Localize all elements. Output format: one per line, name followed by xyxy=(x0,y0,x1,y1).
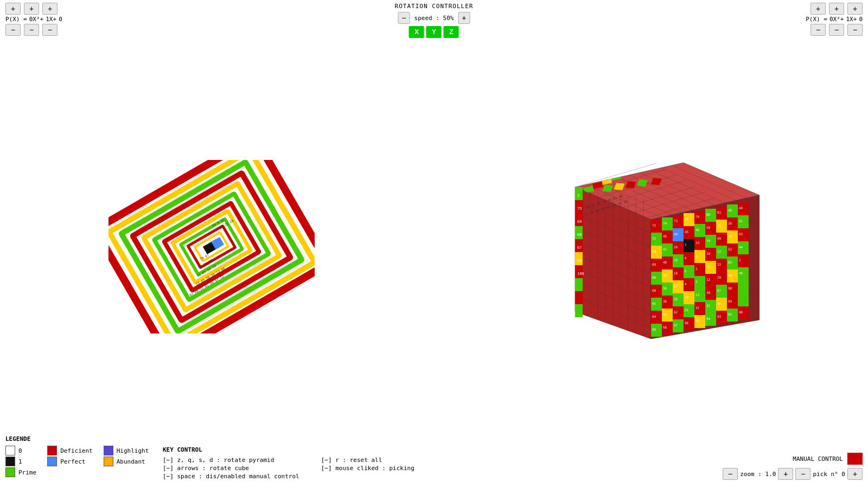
left-minus-x2-button[interactable]: − xyxy=(5,24,21,36)
svg-text:65: 65 xyxy=(577,259,582,263)
svg-text:3: 3 xyxy=(695,280,698,284)
svg-text:68: 68 xyxy=(652,275,656,279)
svg-text:81: 81 xyxy=(717,210,722,214)
svg-text:18: 18 xyxy=(674,271,678,275)
speed-row: − speed : 50% + xyxy=(398,12,470,24)
svg-text:83: 83 xyxy=(728,260,732,264)
left-poly-term0: 0X²+ xyxy=(29,16,44,23)
svg-text:32: 32 xyxy=(695,306,700,310)
svg-text:36: 36 xyxy=(717,301,722,305)
svg-text:19: 19 xyxy=(674,258,678,262)
pick-minus-button[interactable]: − xyxy=(795,468,810,480)
key-grid: [−] z, q, s, d : rotate pyramid [−] r : … xyxy=(163,457,414,480)
svg-rect-260 xyxy=(647,157,658,164)
svg-text:10: 10 xyxy=(706,252,711,255)
legend-label-1: 1 xyxy=(18,458,22,465)
svg-text:65: 65 xyxy=(652,301,656,305)
right-poly-term2: 0 xyxy=(859,16,863,23)
left-minus-x-button[interactable]: − xyxy=(24,24,39,36)
left-plus-row: + + + xyxy=(5,3,62,15)
pyramid-svg: 87 48 51 01 86 67 72 13 49 58 10 53 66 9… xyxy=(108,160,315,333)
right-plus-x2-button[interactable]: + xyxy=(810,3,826,15)
legend-item-deficient: Deficient xyxy=(47,446,93,455)
svg-text:73: 73 xyxy=(674,219,678,223)
svg-text:17: 17 xyxy=(674,284,678,288)
left-plus-x2-button[interactable]: + xyxy=(5,3,21,15)
svg-text:23: 23 xyxy=(695,241,700,245)
y-axis-button[interactable]: Y xyxy=(426,26,442,38)
left-minus-c-button[interactable]: − xyxy=(42,24,58,36)
legend-box-prime xyxy=(5,467,15,477)
svg-text:12: 12 xyxy=(717,249,722,253)
pick-plus-button[interactable]: + xyxy=(847,468,863,480)
manual-buttons-row: − zoom : 1.0 + − pick n° 0 + xyxy=(723,468,863,480)
svg-text:2: 2 xyxy=(739,258,741,262)
svg-text:93: 93 xyxy=(739,232,743,236)
svg-text:96: 96 xyxy=(685,321,689,325)
canvas-area: 87 48 51 01 86 67 72 13 49 58 10 53 66 9… xyxy=(0,60,868,434)
svg-text:49: 49 xyxy=(717,236,722,240)
left-minus-row: − − − xyxy=(5,24,62,36)
svg-text:35: 35 xyxy=(674,297,678,301)
speed-minus-button[interactable]: − xyxy=(398,12,410,24)
svg-text:3: 3 xyxy=(577,194,579,198)
svg-text:14: 14 xyxy=(706,239,711,242)
legend-item-1: 1 xyxy=(5,457,36,466)
x-axis-button[interactable]: X xyxy=(409,26,424,38)
pick-label: pick n° 0 xyxy=(813,471,845,478)
legend-item-0: 0 xyxy=(5,446,36,455)
left-plus-c-button[interactable]: + xyxy=(42,3,58,15)
svg-text:69: 69 xyxy=(652,262,656,266)
cube-svg: 3 70 69 68 67 65 100 xyxy=(532,155,760,339)
left-poly-term1: 1X+ xyxy=(46,16,56,23)
pyramid-container[interactable]: 87 48 51 01 86 67 72 13 49 58 10 53 66 9… xyxy=(108,160,315,333)
legend-box-deficient xyxy=(47,446,57,455)
zoom-plus-button[interactable]: + xyxy=(778,468,793,480)
svg-text:44: 44 xyxy=(739,245,743,249)
key-item-0-key: [−] z, q, s, d : rotate pyramid xyxy=(163,457,299,464)
legend-box-perfect xyxy=(47,457,57,466)
legend-label-deficient: Deficient xyxy=(60,447,93,454)
svg-text:20: 20 xyxy=(674,245,678,249)
svg-text:40: 40 xyxy=(663,260,667,264)
svg-text:38: 38 xyxy=(663,286,667,290)
right-poly-term0: 0X²+ xyxy=(829,16,844,23)
legend-title: LEGENDE xyxy=(5,435,149,442)
right-minus-x2-button[interactable]: − xyxy=(810,24,826,36)
svg-text:32: 32 xyxy=(717,262,722,266)
left-plus-x-button[interactable]: + xyxy=(24,3,39,15)
key-item-2-key: [−] space : dis/enabled manual control xyxy=(163,473,299,480)
svg-text:41: 41 xyxy=(663,247,667,251)
svg-text:14: 14 xyxy=(685,295,689,299)
cube-container[interactable]: 3 70 69 68 67 65 100 xyxy=(532,155,760,339)
right-poly-label: P(X) = xyxy=(806,16,827,23)
right-poly-term1: 1X+ xyxy=(846,16,857,23)
legend-label-prime: Prime xyxy=(18,469,36,476)
svg-text:72: 72 xyxy=(652,223,656,227)
z-axis-button[interactable]: Z xyxy=(444,26,459,38)
legend-label-0: 0 xyxy=(18,447,22,454)
right-plus-x-button[interactable]: + xyxy=(829,3,844,15)
axis-row: X Y Z xyxy=(409,26,459,38)
right-minus-x-button[interactable]: − xyxy=(829,24,844,36)
svg-text:98: 98 xyxy=(728,286,732,290)
speed-plus-button[interactable]: + xyxy=(458,12,470,24)
svg-text:79: 79 xyxy=(695,215,700,219)
right-poly-control: + + + P(X) = 0X²+ 1X+ 0 − − − xyxy=(806,3,863,36)
svg-text:51: 51 xyxy=(717,223,722,227)
svg-text:45: 45 xyxy=(685,230,689,234)
legend: LEGENDE 0 Deficient Highlight 1 Perfect … xyxy=(5,435,149,477)
svg-rect-67 xyxy=(575,291,583,304)
right-plus-c-button[interactable]: + xyxy=(847,3,863,15)
svg-text:7: 7 xyxy=(685,243,687,247)
speed-label: speed : 50% xyxy=(412,15,456,22)
svg-text:31: 31 xyxy=(685,308,689,312)
zoom-minus-button[interactable]: − xyxy=(723,468,738,480)
right-minus-c-button[interactable]: − xyxy=(847,24,863,36)
svg-text:29: 29 xyxy=(717,275,722,279)
svg-text:6: 6 xyxy=(685,256,687,260)
svg-text:68: 68 xyxy=(652,288,656,292)
svg-text:94: 94 xyxy=(706,317,711,320)
svg-text:13: 13 xyxy=(695,293,700,297)
svg-text:74: 74 xyxy=(663,221,667,225)
